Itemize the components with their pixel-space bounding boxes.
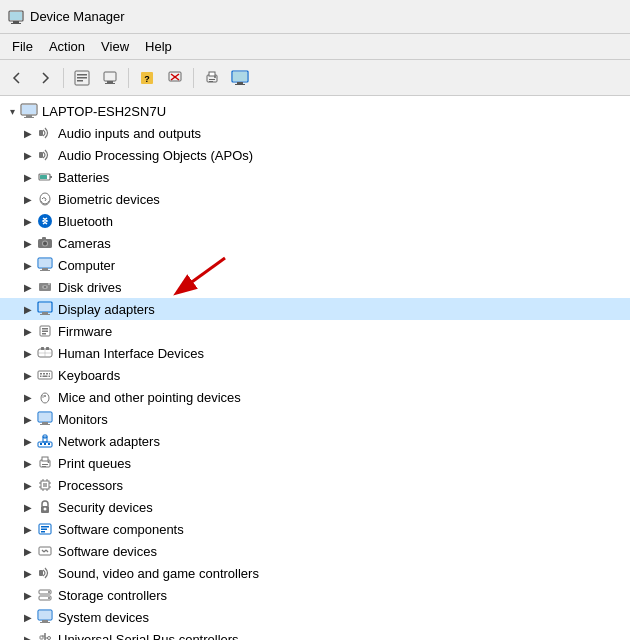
biometric-expander[interactable]: ▶ bbox=[20, 191, 36, 207]
back-button[interactable] bbox=[4, 65, 30, 91]
tree-item-disk[interactable]: ▶ Disk drives bbox=[0, 276, 630, 298]
display-button[interactable] bbox=[227, 65, 253, 91]
uninstall-button[interactable] bbox=[162, 65, 188, 91]
hid-expander[interactable]: ▶ bbox=[20, 345, 36, 361]
update-driver-button[interactable] bbox=[97, 65, 123, 91]
svg-point-110 bbox=[48, 591, 50, 593]
tree-item-sound[interactable]: ▶ Sound, video and game controllers bbox=[0, 562, 630, 584]
computer-icon bbox=[20, 102, 38, 120]
forward-button[interactable] bbox=[32, 65, 58, 91]
tree-item-keyboards[interactable]: ▶ Keyboards bbox=[0, 364, 630, 386]
keyboards-expander[interactable]: ▶ bbox=[20, 367, 36, 383]
menu-help[interactable]: Help bbox=[137, 34, 180, 59]
batteries-expander[interactable]: ▶ bbox=[20, 169, 36, 185]
tree-item-hid[interactable]: ▶ Human Interface Devices bbox=[0, 342, 630, 364]
svg-rect-32 bbox=[50, 176, 52, 178]
svg-rect-74 bbox=[42, 422, 48, 424]
cameras-label: Cameras bbox=[58, 236, 111, 251]
computer-expander[interactable]: ▶ bbox=[20, 257, 36, 273]
swcomp-expander[interactable]: ▶ bbox=[20, 521, 36, 537]
mice-expander[interactable]: ▶ bbox=[20, 389, 36, 405]
network-expander[interactable]: ▶ bbox=[20, 433, 36, 449]
display-icon bbox=[36, 300, 54, 318]
audio-io-expander[interactable]: ▶ bbox=[20, 125, 36, 141]
disk-expander[interactable]: ▶ bbox=[20, 279, 36, 295]
root-expander[interactable]: ▾ bbox=[4, 103, 20, 119]
svg-rect-55 bbox=[42, 333, 46, 335]
tree-item-cameras[interactable]: ▶ Cameras bbox=[0, 232, 630, 254]
svg-rect-29 bbox=[39, 130, 43, 136]
usb-expander[interactable]: ▶ bbox=[20, 631, 36, 640]
svg-rect-57 bbox=[41, 347, 44, 350]
svg-rect-75 bbox=[40, 424, 50, 425]
tree-item-audio-io[interactable]: ▶ Audio inputs and outputs bbox=[0, 122, 630, 144]
device-tree[interactable]: ▾ LAPTOP-ESH2SN7U ▶ bbox=[0, 96, 630, 640]
tree-item-network[interactable]: ▶ Network adapters bbox=[0, 430, 630, 452]
svg-point-71 bbox=[44, 395, 46, 397]
tree-item-bluetooth[interactable]: ▶ Bluetooth bbox=[0, 210, 630, 232]
svg-rect-83 bbox=[42, 457, 48, 461]
tree-item-storage[interactable]: ▶ Storage controllers bbox=[0, 584, 630, 606]
audio-proc-expander[interactable]: ▶ bbox=[20, 147, 36, 163]
bluetooth-expander[interactable]: ▶ bbox=[20, 213, 36, 229]
svg-point-34 bbox=[40, 193, 50, 205]
svg-rect-42 bbox=[42, 268, 48, 270]
tree-item-computer[interactable]: ▶ Computer bbox=[0, 254, 630, 276]
hid-label: Human Interface Devices bbox=[58, 346, 204, 361]
svg-rect-81 bbox=[48, 443, 50, 445]
storage-icon bbox=[36, 586, 54, 604]
svg-point-69 bbox=[41, 393, 49, 403]
svg-rect-24 bbox=[235, 84, 245, 85]
audio-proc-label: Audio Processing Objects (APOs) bbox=[58, 148, 253, 163]
swdev-expander[interactable]: ▶ bbox=[20, 543, 36, 559]
tree-item-biometric[interactable]: ▶ Biometric devices bbox=[0, 188, 630, 210]
tree-item-firmware[interactable]: ▶ Firmware bbox=[0, 320, 630, 342]
tree-item-display[interactable]: ▶ Display adapters bbox=[0, 298, 630, 320]
help-icon-button[interactable]: ? bbox=[134, 65, 160, 91]
svg-rect-54 bbox=[42, 331, 48, 333]
svg-rect-61 bbox=[38, 371, 52, 379]
print-button[interactable] bbox=[199, 65, 225, 91]
svg-rect-23 bbox=[237, 82, 243, 84]
tree-item-usb[interactable]: ▶ Universal Serial Bus controllers bbox=[0, 628, 630, 640]
print-expander[interactable]: ▶ bbox=[20, 455, 36, 471]
title-bar: Device Manager bbox=[0, 0, 630, 34]
menu-file[interactable]: File bbox=[4, 34, 41, 59]
sound-expander[interactable]: ▶ bbox=[20, 565, 36, 581]
menu-view[interactable]: View bbox=[93, 34, 137, 59]
tree-item-sysdev[interactable]: ▶ System devices bbox=[0, 606, 630, 628]
svg-rect-58 bbox=[46, 347, 49, 350]
tree-item-print[interactable]: ▶ Print queues bbox=[0, 452, 630, 474]
monitors-expander[interactable]: ▶ bbox=[20, 411, 36, 427]
processors-icon bbox=[36, 476, 54, 494]
tree-item-processors[interactable]: ▶ Processors bbox=[0, 474, 630, 496]
tree-item-swcomp[interactable]: ▶ Software components bbox=[0, 518, 630, 540]
svg-rect-8 bbox=[104, 72, 116, 81]
toolbar-sep-3 bbox=[193, 68, 194, 88]
security-expander[interactable]: ▶ bbox=[20, 499, 36, 515]
sysdev-expander[interactable]: ▶ bbox=[20, 609, 36, 625]
svg-rect-107 bbox=[39, 570, 43, 576]
app-icon bbox=[8, 9, 24, 25]
storage-expander[interactable]: ▶ bbox=[20, 587, 36, 603]
disk-icon bbox=[36, 278, 54, 296]
menu-action[interactable]: Action bbox=[41, 34, 93, 59]
tree-item-monitors[interactable]: ▶ Monitors bbox=[0, 408, 630, 430]
tree-item-swdev[interactable]: ▶ Software devices bbox=[0, 540, 630, 562]
usb-label: Universal Serial Bus controllers bbox=[58, 632, 239, 641]
tree-item-security[interactable]: ▶ Security devices bbox=[0, 496, 630, 518]
svg-rect-101 bbox=[41, 529, 47, 531]
tree-root-item[interactable]: ▾ LAPTOP-ESH2SN7U bbox=[0, 100, 630, 122]
cameras-expander[interactable]: ▶ bbox=[20, 235, 36, 251]
properties-button[interactable] bbox=[69, 65, 95, 91]
display-expander[interactable]: ▶ bbox=[20, 301, 36, 317]
svg-point-86 bbox=[48, 461, 50, 463]
keyboards-icon bbox=[36, 366, 54, 384]
tree-item-batteries[interactable]: ▶ Batteries bbox=[0, 166, 630, 188]
tree-item-audio-proc[interactable]: ▶ Audio Processing Objects (APOs) bbox=[0, 144, 630, 166]
tree-item-mice[interactable]: ▶ Mice and other pointing devices bbox=[0, 386, 630, 408]
firmware-expander[interactable]: ▶ bbox=[20, 323, 36, 339]
svg-rect-65 bbox=[49, 373, 50, 375]
processors-expander[interactable]: ▶ bbox=[20, 477, 36, 493]
audio-io-label: Audio inputs and outputs bbox=[58, 126, 201, 141]
